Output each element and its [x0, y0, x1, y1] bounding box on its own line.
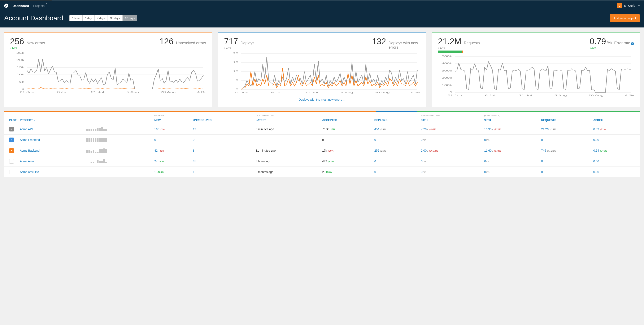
col-plot[interactable]: PLOT: [4, 112, 18, 124]
nav-dashboard[interactable]: Dashboard: [12, 4, 29, 8]
plot-checkbox[interactable]: [9, 170, 14, 174]
project-link[interactable]: Acme API: [20, 128, 33, 131]
cell-unresolved[interactable]: 8: [193, 149, 194, 152]
card-errors: 256 New errors 12% 126 Unresolved errors…: [4, 32, 212, 107]
plot-checkbox[interactable]: [9, 127, 14, 132]
cell-apdex[interactable]: 0.00: [593, 170, 599, 174]
cell-p50[interactable]: 2.00: [421, 149, 426, 152]
cell-requests[interactable]: 0: [541, 170, 543, 174]
col-deploys[interactable]: DEPLOYS: [373, 112, 419, 124]
cell-latest: 8 hours ago: [254, 156, 320, 167]
sparkline: [86, 159, 151, 163]
error-rate-label: Error rate?: [614, 41, 634, 45]
cell-requests[interactable]: 745: [541, 149, 546, 152]
cell-apdex[interactable]: 0.00: [593, 160, 599, 163]
range-30-days[interactable]: 30 days: [108, 15, 122, 21]
svg-text:0: 0: [236, 88, 238, 91]
cell-p50[interactable]: 0: [421, 170, 422, 174]
cell-latest: 6 minutes ago: [254, 124, 320, 134]
svg-text:5 Aug: 5 Aug: [340, 91, 353, 94]
project-link[interactable]: Acme Frontend: [20, 138, 40, 142]
project-link[interactable]: Acme Anvil: [20, 160, 34, 163]
logo-icon[interactable]: A: [4, 4, 8, 8]
cell-requests[interactable]: 0: [541, 138, 543, 142]
cell-new[interactable]: 169: [154, 128, 159, 131]
cell-unresolved[interactable]: 12: [193, 128, 196, 131]
table-row: Acme anvil-lite1 100%12 months ago2 100%…: [4, 167, 640, 178]
user-menu[interactable]: C M. Curie: [617, 3, 640, 8]
cell-p50[interactable]: 7.20: [421, 128, 426, 131]
cell-p50[interactable]: 0: [421, 138, 422, 142]
cell-p50[interactable]: 0: [421, 160, 422, 163]
chevron-down-icon: [638, 5, 640, 6]
svg-text:4 Sep: 4 Sep: [197, 91, 206, 94]
svg-text:20 Aug: 20 Aug: [588, 94, 604, 97]
col-requests[interactable]: REQUESTS: [540, 112, 592, 124]
cell-p95[interactable]: 16.90: [484, 128, 492, 131]
cell-unresolved[interactable]: 85: [193, 160, 196, 163]
range-1-day[interactable]: 1 day: [82, 15, 94, 21]
add-project-button[interactable]: Add new project: [610, 14, 640, 22]
svg-text:6 Jul: 6 Jul: [485, 94, 495, 97]
col-latest[interactable]: OCCURRENCESLATEST: [254, 112, 320, 124]
cell-new[interactable]: 24: [154, 160, 158, 163]
col-project[interactable]: PROJECT: [18, 112, 85, 124]
cell-p95[interactable]: 11.60: [484, 149, 492, 152]
cell-deploys[interactable]: 259: [374, 149, 379, 152]
cell-p95[interactable]: 0: [484, 160, 486, 163]
cell-deploys[interactable]: 0: [374, 170, 376, 174]
chevron-down-icon: [46, 3, 47, 8]
svg-text:500k: 500k: [442, 55, 452, 58]
cell-unresolved[interactable]: 1: [193, 170, 194, 174]
avatar: C: [617, 3, 622, 8]
cell-apdex[interactable]: 0.00: [593, 138, 599, 142]
svg-text:400k: 400k: [442, 62, 452, 65]
cell-apdex[interactable]: 0.99: [593, 128, 599, 131]
col-p50[interactable]: RESPONSE TIME50TH: [419, 112, 482, 124]
header: Account Dashboard 1 hour1 day7 days30 da…: [0, 11, 644, 28]
col-accepted[interactable]: ACCEPTED: [320, 112, 373, 124]
plot-checkbox[interactable]: [9, 148, 14, 153]
cell-p95[interactable]: 0: [484, 138, 486, 142]
svg-text:21 Jul: 21 Jul: [91, 91, 104, 94]
plot-checkbox[interactable]: [9, 159, 14, 164]
projects-table: PLOT PROJECT ERRORSNEW UNRESOLVED OCCURR…: [4, 112, 640, 178]
cell-new[interactable]: 0: [154, 138, 156, 142]
project-link[interactable]: Acme anvil-lite: [20, 170, 39, 174]
cell-unresolved[interactable]: 0: [193, 138, 194, 142]
cell-requests[interactable]: 0: [541, 160, 543, 163]
col-unresolved[interactable]: UNRESOLVED: [191, 112, 254, 124]
svg-text:25k: 25k: [16, 52, 24, 54]
svg-text:20k: 20k: [16, 59, 24, 62]
col-apdex[interactable]: APDEX: [592, 112, 640, 124]
svg-text:100k: 100k: [442, 84, 452, 86]
plot-checkbox[interactable]: [9, 138, 14, 142]
new-errors-value: 256: [10, 37, 24, 46]
project-link[interactable]: Acme Backend: [20, 149, 40, 152]
cell-requests[interactable]: 21.2M: [541, 128, 550, 131]
cell-p95[interactable]: 0: [484, 170, 486, 174]
percent-symbol: %: [607, 40, 612, 46]
deploys-expand-link[interactable]: Deploys with the most new errors⌄: [224, 98, 420, 101]
svg-text:15k: 15k: [16, 66, 24, 69]
cell-deploys[interactable]: 0: [374, 160, 376, 163]
help-icon[interactable]: ?: [631, 42, 634, 45]
cell-deploys[interactable]: 454: [374, 128, 379, 131]
new-errors-label: New errors: [26, 41, 45, 45]
cell-new[interactable]: 1: [154, 170, 156, 174]
table-row: Acme Anvil24 50%858 hours ago499 82%00ms…: [4, 156, 640, 167]
cell-deploys[interactable]: 0: [374, 138, 376, 142]
col-p95[interactable]: (PERCENTILE)95TH: [482, 112, 540, 124]
svg-text:200k: 200k: [442, 76, 452, 79]
range-1-hour[interactable]: 1 hour: [70, 15, 82, 21]
cell-new[interactable]: 42: [154, 149, 158, 152]
sparkline: [86, 138, 151, 142]
svg-text:5 Aug: 5 Aug: [554, 94, 567, 97]
cell-apdex[interactable]: 0.94: [593, 149, 599, 152]
nav-projects[interactable]: Projects: [33, 4, 47, 8]
sparkline: [86, 127, 151, 131]
range-90-days[interactable]: 90 days: [122, 15, 138, 21]
range-7-days[interactable]: 7 days: [94, 15, 108, 21]
svg-text:4 Sep: 4 Sep: [625, 94, 634, 97]
col-new[interactable]: ERRORSNEW: [152, 112, 191, 124]
